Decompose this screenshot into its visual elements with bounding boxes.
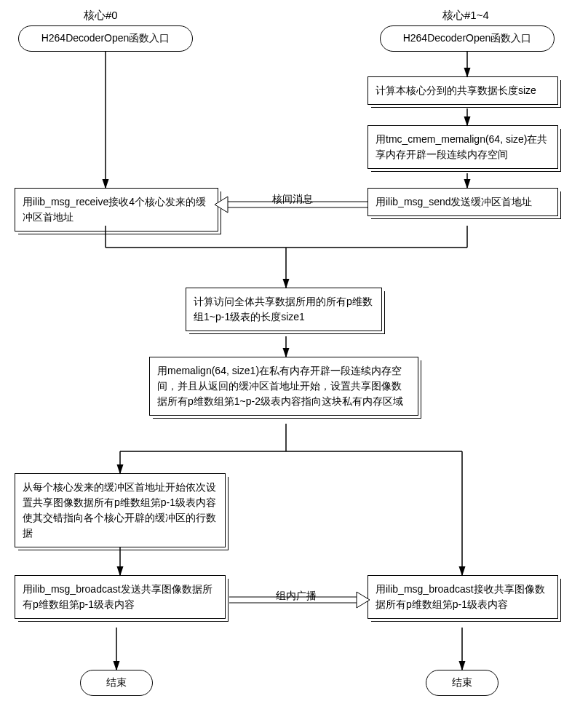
- core14-cmem-process: 用tmc_cmem_memalign(64, size)在共享内存开辟一段连续内…: [368, 125, 558, 169]
- core14-calcsize-text: 计算本核心分到的共享数据长度size: [376, 84, 536, 96]
- broadcast-send-text: 用ilib_msg_broadcast发送共享图像数据所有p维数组第p-1级表内…: [23, 583, 212, 610]
- core0-receive-text: 用ilib_msg_receive接收4个核心发来的缓冲区首地址: [23, 196, 206, 223]
- core0-entry-terminal: H264DecoderOpen函数入口: [18, 25, 193, 52]
- broadcast-recv-process: 用ilib_msg_broadcast接收共享图像数据所有p维数组第p-1级表内…: [368, 575, 558, 619]
- core0-end-terminal: 结束: [80, 670, 153, 696]
- broadcast-recv-text: 用ilib_msg_broadcast接收共享图像数据所有p维数组第p-1级表内…: [376, 583, 545, 610]
- memalign-text: 用memalign(64, size1)在私有内存开辟一段连续内存空间，并且从返…: [157, 365, 403, 407]
- intercore-msg-label: 核间消息: [269, 193, 316, 206]
- core14-end-text: 结束: [452, 676, 472, 689]
- core14-send-process: 用ilib_msg_send发送缓冲区首地址: [368, 188, 558, 216]
- core14-calcsize-process: 计算本核心分到的共享数据长度size: [368, 76, 558, 105]
- core0-header-label: 核心#0: [84, 9, 118, 23]
- broadcast-label: 组内广播: [273, 590, 319, 603]
- interleave-text: 从每个核心发来的缓冲区首地址开始依次设置共享图像数据所有p维数组第p-1级表内容…: [23, 481, 216, 539]
- core0-entry-text: H264DecoderOpen函数入口: [41, 32, 170, 45]
- core14-cmem-text: 用tmc_cmem_memalign(64, size)在共享内存开辟一段连续内…: [376, 133, 548, 160]
- core14-send-text: 用ilib_msg_send发送缓冲区首地址: [376, 196, 533, 207]
- broadcast-send-process: 用ilib_msg_broadcast发送共享图像数据所有p维数组第p-1级表内…: [15, 575, 226, 619]
- core14-entry-terminal: H264DecoderOpen函数入口: [380, 25, 555, 52]
- core1-4-header-label: 核心#1~4: [442, 9, 489, 23]
- core14-entry-text: H264DecoderOpen函数入口: [403, 32, 532, 45]
- calc-size1-process: 计算访问全体共享数据所用的所有p维数组1~p-1级表的长度size1: [186, 288, 382, 331]
- core0-receive-process: 用ilib_msg_receive接收4个核心发来的缓冲区首地址: [15, 188, 218, 232]
- core0-end-text: 结束: [106, 676, 127, 689]
- calc-size1-text: 计算访问全体共享数据所用的所有p维数组1~p-1级表的长度size1: [194, 296, 373, 323]
- memalign-process: 用memalign(64, size1)在私有内存开辟一段连续内存空间，并且从返…: [149, 357, 418, 416]
- interleave-process: 从每个核心发来的缓冲区首地址开始依次设置共享图像数据所有p维数组第p-1级表内容…: [15, 473, 226, 547]
- core14-end-terminal: 结束: [426, 670, 498, 696]
